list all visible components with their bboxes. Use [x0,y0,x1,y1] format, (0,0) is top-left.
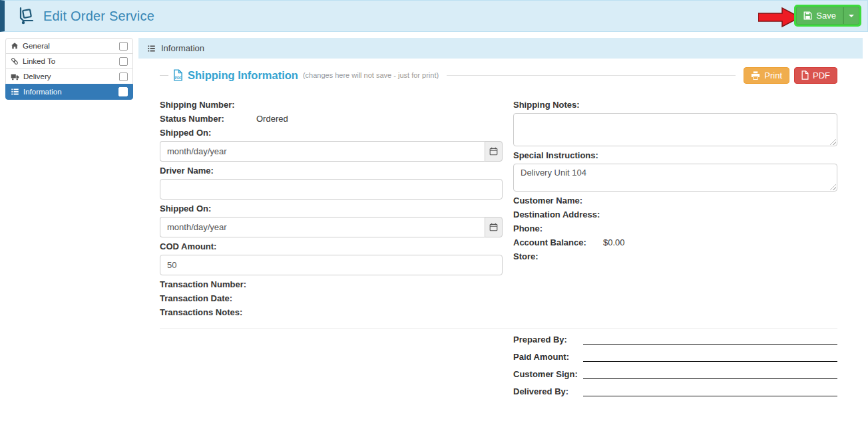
phone-label: Phone: [513,223,837,233]
section-rule [447,75,736,76]
form-left-column: Shipping Number: Status Number: Ordered … [160,100,503,321]
signature-line [583,336,837,345]
signature-left-spacer [160,335,503,404]
sidebar-item-linked-to[interactable]: Linked To [5,53,133,69]
signature-row: Prepared By: [513,335,837,345]
signature-row: Paid Amount: [513,352,837,362]
sidebar-checkbox-information[interactable] [118,87,128,96]
special-instructions-label: Special Instructions: [513,150,837,160]
cod-amount-label: COD Amount: [160,241,503,251]
page-header: Edit Order Service Save [0,0,868,32]
shipped-on-input-2[interactable] [160,217,485,237]
signature-column: Prepared By: Paid Amount: Customer Sign:… [513,335,837,404]
shipping-section-head: PDF Shipping Information (changes here w… [160,67,837,84]
shipping-notes-textarea[interactable] [513,113,837,146]
leading-rule [160,75,168,76]
shipping-section-note: (changes here will not save - just for p… [303,71,439,79]
shipping-notes-label: Shipping Notes: [513,100,837,110]
signature-line [583,388,837,396]
signature-row: Customer Sign: [513,369,837,379]
status-number-value: Ordered [256,114,288,124]
transaction-number-label: Transaction Number: [160,279,503,289]
sidebar-nav: General Linked To Delivery Information [5,38,133,100]
shipping-form: Shipping Number: Status Number: Ordered … [160,100,837,321]
sidebar-checkbox-general[interactable] [119,42,128,51]
shipping-number-label: Shipping Number: [160,100,503,110]
cod-amount-input[interactable] [160,255,503,275]
shipping-section-title: Shipping Information [188,69,298,82]
signature-line [583,370,837,379]
transaction-date-label: Transaction Date: [160,293,503,303]
signature-label: Customer Sign: [513,369,583,379]
information-section-header: Information [138,38,863,59]
sidebar-item-label: General [23,42,50,50]
store-label: Store: [513,251,837,261]
signature-label: Prepared By: [513,335,583,345]
home-icon [11,42,19,50]
signature-label: Paid Amount: [513,352,583,362]
shipping-section: PDF Shipping Information (changes here w… [138,59,863,404]
pdf-button[interactable]: PDF [794,67,837,84]
truck-icon [11,73,19,80]
driver-name-input[interactable] [160,179,503,200]
save-button-group: Save [794,5,861,27]
customer-name-label: Customer Name: [513,196,837,206]
status-number-label: Status Number: [160,114,256,124]
signature-row: Delivered By: [513,386,837,396]
sidebar-item-label: Linked To [23,57,55,65]
form-right-column: Shipping Notes: Special Instructions: Cu… [513,100,837,321]
list-icon [11,88,19,96]
sidebar-item-label: Information [23,88,62,96]
shipped-on-label: Shipped On: [160,128,503,138]
save-button[interactable]: Save [796,7,843,25]
driver-name-label: Driver Name: [160,166,503,176]
special-instructions-textarea[interactable] [513,164,837,192]
account-balance-label: Account Balance: [513,237,603,247]
save-dropdown-toggle[interactable] [843,7,859,25]
transactions-notes-label: Transactions Notes: [160,307,503,317]
pdf-file-icon [801,71,809,80]
sidebar-item-delivery[interactable]: Delivery [5,69,133,84]
printer-icon [751,71,760,80]
svg-text:PDF: PDF [175,76,182,80]
floppy-disk-icon [803,11,812,20]
signature-line [583,353,837,362]
signature-label: Delivered By: [513,386,583,396]
print-button-label: Print [764,71,782,80]
calendar-icon[interactable] [485,141,503,162]
information-section-title: Information [161,43,204,53]
shipped-on-input[interactable] [160,141,485,162]
sidebar-checkbox-delivery[interactable] [119,72,128,81]
page-title: Edit Order Service [43,9,154,24]
sidebar-item-information[interactable]: Information [5,84,133,100]
sidebar-item-general[interactable]: General [5,38,133,54]
account-balance-value: $0.00 [603,237,625,247]
handtruck-icon [17,7,35,25]
signature-section: Prepared By: Paid Amount: Customer Sign:… [160,328,837,404]
link-icon [11,57,19,65]
destination-address-label: Destination Address: [513,210,837,219]
pdf-file-icon: PDF [173,69,183,81]
caret-down-icon [849,15,854,17]
pdf-button-label: PDF [813,71,830,80]
save-button-label: Save [816,11,836,21]
print-button[interactable]: Print [744,67,789,84]
main-panel: Information PDF Shipping Information (ch… [138,38,863,404]
sidebar-checkbox-linked-to[interactable] [119,57,128,66]
sidebar-item-label: Delivery [23,72,51,80]
shipped-on-label-2: Shipped On: [160,204,503,213]
list-icon [147,45,156,53]
calendar-icon[interactable] [485,217,503,237]
